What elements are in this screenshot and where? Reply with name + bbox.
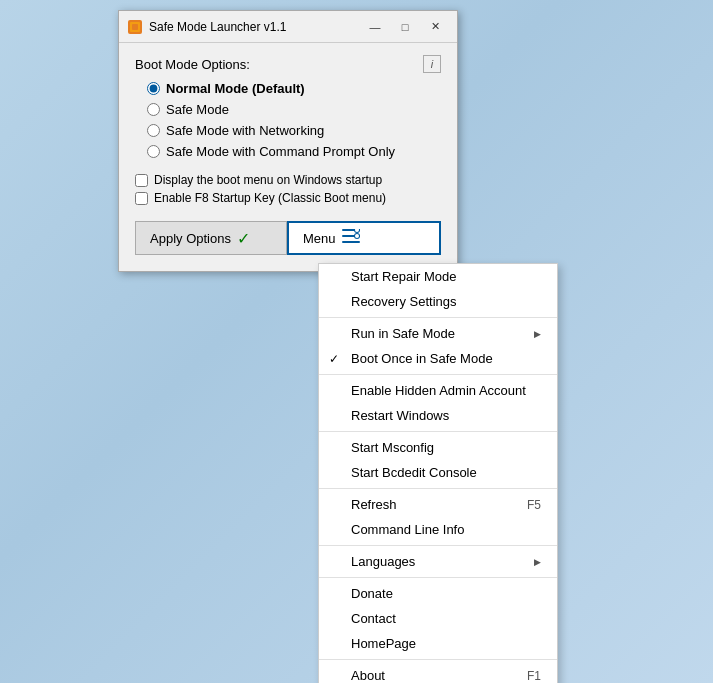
section-header: Boot Mode Options: i: [135, 55, 441, 73]
menu-item-donate[interactable]: Donate: [319, 581, 557, 606]
separator-5: [319, 545, 557, 546]
about-shortcut: F1: [527, 669, 541, 683]
close-button[interactable]: ✕: [421, 17, 449, 37]
menu-button[interactable]: Menu: [287, 221, 441, 255]
menu-item-languages[interactable]: Languages: [319, 549, 557, 574]
checkbox-f8key-input[interactable]: [135, 192, 148, 205]
radio-normal[interactable]: Normal Mode (Default): [147, 81, 441, 96]
menu-item-start-repair-label: Start Repair Mode: [351, 269, 457, 284]
menu-item-restart[interactable]: Restart Windows: [319, 403, 557, 428]
menu-item-boot-once-label: Boot Once in Safe Mode: [351, 351, 493, 366]
menu-icon: [342, 229, 360, 247]
bottom-bar: Apply Options ✓ Menu: [135, 221, 441, 255]
dropdown-menu: Start Repair Mode Recovery Settings Run …: [318, 263, 558, 683]
svg-rect-5: [342, 241, 360, 243]
menu-item-recovery-label: Recovery Settings: [351, 294, 457, 309]
separator-2: [319, 374, 557, 375]
menu-item-bcdedit[interactable]: Start Bcdedit Console: [319, 460, 557, 485]
menu-item-contact[interactable]: Contact: [319, 606, 557, 631]
radio-group: Normal Mode (Default) Safe Mode Safe Mod…: [135, 81, 441, 159]
menu-item-contact-label: Contact: [351, 611, 396, 626]
apply-button[interactable]: Apply Options ✓: [135, 221, 287, 255]
checkbox-bootmenu-input[interactable]: [135, 174, 148, 187]
menu-item-msconfig-label: Start Msconfig: [351, 440, 434, 455]
menu-item-hidden-admin-label: Enable Hidden Admin Account: [351, 383, 526, 398]
checkbox-bootmenu[interactable]: Display the boot menu on Windows startup: [135, 173, 441, 187]
menu-item-msconfig[interactable]: Start Msconfig: [319, 435, 557, 460]
menu-item-bcdedit-label: Start Bcdedit Console: [351, 465, 477, 480]
info-button[interactable]: i: [423, 55, 441, 73]
checkbox-f8key[interactable]: Enable F8 Startup Key (Classic Boot menu…: [135, 191, 441, 205]
checkbox-group: Display the boot menu on Windows startup…: [135, 173, 441, 205]
menu-item-refresh-label: Refresh: [351, 497, 397, 512]
menu-item-about[interactable]: About F1: [319, 663, 557, 683]
menu-item-languages-label: Languages: [351, 554, 415, 569]
svg-point-9: [355, 234, 359, 238]
menu-item-cmdline[interactable]: Command Line Info: [319, 517, 557, 542]
radio-safe-net-label: Safe Mode with Networking: [166, 123, 324, 138]
radio-safe-net-input[interactable]: [147, 124, 160, 137]
main-window: Safe Mode Launcher v1.1 — □ ✕ Boot Mode …: [118, 10, 458, 272]
menu-button-label: Menu: [303, 231, 336, 246]
check-icon: ✓: [237, 229, 250, 248]
apply-button-label: Apply Options: [150, 231, 231, 246]
checkbox-f8key-label: Enable F8 Startup Key (Classic Boot menu…: [154, 191, 386, 205]
boot-mode-label: Boot Mode Options:: [135, 57, 250, 72]
checkbox-bootmenu-label: Display the boot menu on Windows startup: [154, 173, 382, 187]
app-icon: [127, 19, 143, 35]
menu-item-homepage[interactable]: HomePage: [319, 631, 557, 656]
svg-rect-2: [132, 24, 138, 30]
radio-safe-cmd[interactable]: Safe Mode with Command Prompt Only: [147, 144, 441, 159]
menu-item-refresh[interactable]: Refresh F5: [319, 492, 557, 517]
menu-item-run-safe[interactable]: Run in Safe Mode: [319, 321, 557, 346]
separator-7: [319, 659, 557, 660]
menu-item-hidden-admin[interactable]: Enable Hidden Admin Account: [319, 378, 557, 403]
separator-1: [319, 317, 557, 318]
separator-3: [319, 431, 557, 432]
menu-item-boot-once[interactable]: Boot Once in Safe Mode: [319, 346, 557, 371]
menu-item-run-safe-label: Run in Safe Mode: [351, 326, 455, 341]
menu-item-restart-label: Restart Windows: [351, 408, 449, 423]
radio-safe-cmd-input[interactable]: [147, 145, 160, 158]
radio-normal-input[interactable]: [147, 82, 160, 95]
title-bar: Safe Mode Launcher v1.1 — □ ✕: [119, 11, 457, 43]
window-controls: — □ ✕: [361, 17, 449, 37]
radio-safe-input[interactable]: [147, 103, 160, 116]
refresh-shortcut: F5: [527, 498, 541, 512]
window-title: Safe Mode Launcher v1.1: [149, 20, 355, 34]
maximize-button[interactable]: □: [391, 17, 419, 37]
radio-safe[interactable]: Safe Mode: [147, 102, 441, 117]
menu-item-donate-label: Donate: [351, 586, 393, 601]
radio-normal-label: Normal Mode (Default): [166, 81, 305, 96]
radio-safe-net[interactable]: Safe Mode with Networking: [147, 123, 441, 138]
separator-4: [319, 488, 557, 489]
menu-item-start-repair[interactable]: Start Repair Mode: [319, 264, 557, 289]
menu-item-cmdline-label: Command Line Info: [351, 522, 464, 537]
window-body: Boot Mode Options: i Normal Mode (Defaul…: [119, 43, 457, 271]
separator-6: [319, 577, 557, 578]
menu-item-recovery[interactable]: Recovery Settings: [319, 289, 557, 314]
menu-item-about-label: About: [351, 668, 385, 683]
radio-safe-cmd-label: Safe Mode with Command Prompt Only: [166, 144, 395, 159]
minimize-button[interactable]: —: [361, 17, 389, 37]
menu-item-homepage-label: HomePage: [351, 636, 416, 651]
radio-safe-label: Safe Mode: [166, 102, 229, 117]
